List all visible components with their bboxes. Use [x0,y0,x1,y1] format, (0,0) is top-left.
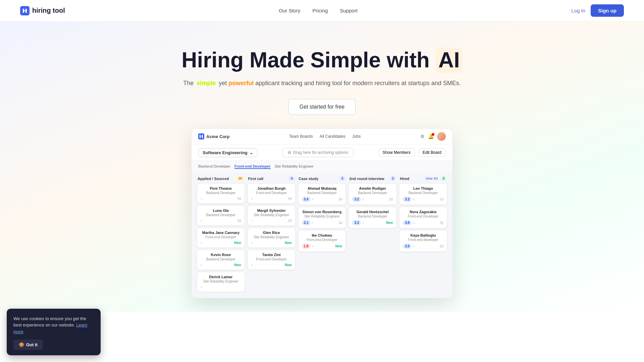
card-role: Backend Developer [201,257,241,261]
mini-nav-team-boards[interactable]: Team Boards [289,134,313,139]
signup-button[interactable]: Sign up [591,4,624,17]
kanban-board: Applied / Sourced 26 Peni Theano Backend… [192,172,452,298]
col-title-1: First call [248,177,263,181]
mini-nav-all-candidates[interactable]: All Candidates [320,134,345,139]
kanban-card[interactable]: Nora Zagorakis Front-end Developer 3.8 ≡… [399,207,447,228]
kanban-column-3: 2nd round interview 2 Amelie Rudiger Bac… [347,176,398,294]
kanban-card[interactable]: Peni Theano Backend Developer ≡ 5d [197,183,245,203]
col-badge-4: 3 [440,176,446,181]
card-score: 3.4 [302,197,311,202]
clear-list-4[interactable]: clear list [426,177,438,180]
kanban-card[interactable]: Kaya Ballioglu Front-end developer 3.6 ≡… [399,230,447,252]
card-role: Front-end developer [403,238,443,242]
kanban-column-2: Case study 3 Ahmad Mubaraq Backend Devel… [297,176,347,294]
nav-pricing[interactable]: Pricing [312,8,328,13]
card-score: 3.2 [403,197,412,202]
card-role: Backend Developer [403,191,443,195]
card-name: Derick Lamar [201,275,241,279]
kanban-card[interactable]: Jonathan Burgh Front-end Developer ≡ 4d [248,183,296,203]
kanban-card[interactable]: Kevin Rose Backend Developer ≡ New [197,250,245,270]
col-header-0: Applied / Sourced 26 [197,176,245,181]
card-new-badge: New [234,263,241,267]
get-started-button[interactable]: Get started for free [288,99,356,115]
kanban-card[interactable]: Martha Jane Cannary Front-end Developer … [197,228,245,248]
card-role: Front-end Developer [201,235,241,239]
kanban-column-1: First call 4 Jonathan Burgh Front-end De… [246,176,297,294]
card-score: 3.8 [403,220,412,225]
mini-nav-jobs[interactable]: Jobs [352,134,361,139]
col-badge-3: 2 [390,176,396,181]
card-name: Leo Thiago [403,186,443,190]
card-footer: ≡ [201,285,241,289]
card-time: 3d [237,219,241,223]
edit-board-button[interactable]: Edit Board [418,148,446,157]
kanban-card[interactable]: Luna Ola Backend Developer ≡ 3d [197,205,245,226]
card-time: 3y [440,221,443,225]
archive-icon: ⊞ [288,150,291,155]
card-footer: ≡ 2d [251,219,292,223]
board-selector[interactable]: Software Engineering ⌄ [198,148,258,157]
card-name: Ike Chukwu [302,233,342,237]
nav-support[interactable]: Support [340,8,358,13]
mini-nav-links: Team Boards All Candidates Jobs [289,134,361,139]
card-score: 3.3 [352,220,361,225]
card-icons: ≡ [251,219,253,223]
card-role: Backend Developer [201,213,241,217]
card-role: Site Reliability Engineer [251,213,292,217]
col-header-4: Hired clear list 3 [399,176,447,181]
card-icons: ≡ [413,221,415,225]
kanban-card[interactable]: Ike Chukwu Front-end Developer 1.8 ≡ New [298,230,346,252]
card-icons: ≡ [413,197,415,201]
tab-backend-developer[interactable]: Backend Developer [198,164,230,169]
card-icons: ≡ [312,197,314,201]
nav-our-story[interactable]: Our Story [279,8,300,13]
logo[interactable]: hiring tool [20,6,65,15]
kanban-card[interactable]: Amelie Rudiger Backend Developer 3.2 ≡ 2… [348,183,396,205]
card-footer: 3.2 ≡ 1d [403,197,443,202]
card-footer: ≡ 4d [251,197,292,200]
gear-icon[interactable]: ⚙ [420,134,425,139]
hero-subtitle: The simple yet powerful applicant tracki… [13,80,631,87]
kanban-card[interactable]: Glen Rice Site Reliability Engineer ≡ Ne… [248,228,296,248]
board-actions: Show Members Edit Board [378,148,446,157]
card-icons: ≡ [413,244,415,248]
card-icons: ≡ [312,244,314,248]
card-new-badge: New [335,244,342,248]
card-icons: ≡ [201,285,203,289]
card-new-badge: New [285,241,292,245]
tab-frontend-developer[interactable]: Front-end Developer [234,164,271,169]
role-tabs: Backend Developer Front-end Developer Si… [192,161,452,172]
kanban-card[interactable]: Gerald Hentzschel Backend Developer 3.3 … [348,207,396,228]
kanban-card[interactable]: Leo Thiago Backend Developer 3.2 ≡ 1d [399,183,447,205]
card-time: 1d [338,221,342,225]
kanban-card[interactable]: Simon von Rosenberg Site Reliability Eng… [298,207,346,228]
login-button[interactable]: Log In [571,8,585,13]
card-role: Front-end Developer [403,215,443,218]
user-avatar[interactable] [437,132,446,141]
card-role: Front-end Developer [251,257,292,261]
card-name: Peni Theano [201,186,241,190]
card-footer: 3.6 ≡ 2d [403,244,443,249]
nav-links: Our Story Pricing Support [279,8,358,13]
card-role: Site Reliability Engineer [251,235,292,239]
kanban-card[interactable]: Derick Lamar Site Reliability Engineer ≡ [197,272,245,292]
card-icons: ≡ [251,197,253,200]
card-time: 2d [288,219,291,223]
card-score: 3.1 [302,220,311,225]
kanban-card[interactable]: Ahmad Mubaraq Backend Developer 3.4 ≡ 3d [298,183,346,205]
card-footer: 3.1 ≡ 1d [302,220,342,225]
kanban-card[interactable]: Margit Sylvester Site Reliability Engine… [248,205,296,226]
col-badge-1: 4 [289,176,295,181]
card-role: Backend Developer [201,191,241,195]
col-title-3: 2nd round interview [349,177,384,181]
card-name: Martha Jane Cannary [201,231,241,235]
navigation: hiring tool Our Story Pricing Support Lo… [0,0,644,21]
tab-sre[interactable]: Site Reliability Engineer [275,164,314,169]
board-title: Software Engineering [203,150,248,155]
kanban-card[interactable]: Tanita Zint Front-end Developer ≡ New [248,250,296,270]
app-preview: Acme Corp Team Boards All Candidates Job… [191,128,453,298]
card-time: 5d [237,197,241,200]
show-members-button[interactable]: Show Members [378,148,415,157]
mini-nav-actions: ⚙ 🔔 [420,132,446,141]
bell-icon[interactable]: 🔔 [428,134,434,139]
